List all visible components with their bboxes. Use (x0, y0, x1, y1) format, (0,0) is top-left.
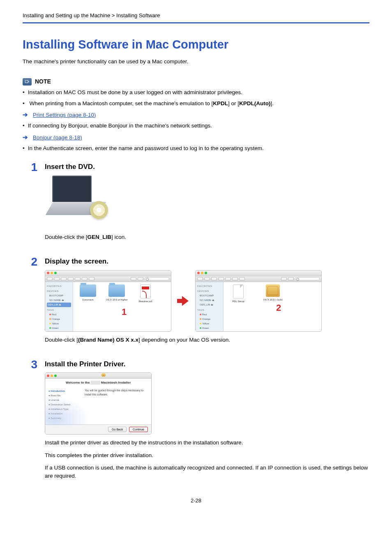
finder-item-readme[interactable]: Readme.pdf (133, 284, 158, 329)
installer-step: ● Read Me (48, 394, 81, 398)
toolbar-button[interactable] (211, 277, 217, 280)
toolbar-button[interactable] (204, 277, 210, 280)
toolbar-button[interactable] (239, 277, 245, 280)
note-item: When printing from a Macintosh computer,… (23, 99, 369, 108)
installer-step: ● Introduction (48, 389, 81, 393)
print-settings-link[interactable]: Print Settings (page 8-10) (33, 112, 96, 118)
label: GEN_LIB (48, 303, 58, 306)
step-3: 3 Install the Printer Driver. Welcome to… (23, 359, 369, 485)
note-item-link: ➔ Print Settings (page 8-10) (23, 110, 369, 120)
step-1: 1 Insert the DVD. Double-click the [GEN_… (23, 162, 369, 245)
tag-red[interactable]: Red (197, 312, 221, 317)
package-icon (266, 284, 280, 297)
toolbar-button[interactable] (54, 277, 60, 280)
sidebar-item-bootcamp[interactable]: BOOTCAMP (47, 294, 71, 298)
toolbar-button[interactable] (82, 277, 88, 280)
breadcrumb-rule (23, 22, 369, 23)
toolbar-button[interactable] (197, 277, 203, 280)
tag-red[interactable]: Red (47, 312, 71, 317)
toolbar-button[interactable] (47, 277, 53, 280)
toolbar-button[interactable] (288, 277, 294, 280)
step-2: 2 Display the screen. FAVORITES (23, 256, 369, 348)
step-text: Double-click [(Brand Name) OS X x.x] dep… (45, 336, 369, 344)
finder-sidebar: FAVORITES DEVICES BOOTCAMP NO NAME ⏏ GEN… (45, 282, 73, 331)
tag-blue[interactable]: Blue (47, 331, 71, 332)
arrow-icon: ➔ (23, 110, 28, 120)
installer-step: ● Installation Type (48, 407, 81, 411)
step-title: Insert the DVD. (45, 162, 369, 172)
toolbar-button[interactable] (225, 277, 231, 280)
sidebar-heading: DEVICES (197, 289, 221, 293)
step-text: Double-click the [GEN_LIB] icon. (45, 233, 369, 241)
installer-heading: Welcome to the ████ Macintosh Installer (45, 379, 151, 387)
sidebar-heading: FAVORITES (197, 284, 221, 288)
step-text: Install the printer driver as directed b… (45, 439, 369, 447)
text: ]. (271, 100, 274, 106)
dvd-icon (90, 201, 108, 219)
tag-blue[interactable]: Blue (197, 331, 221, 332)
tag-yellow[interactable]: Yellow (47, 321, 71, 326)
label: Green (202, 327, 209, 329)
sidebar-item-genlib[interactable]: GEN_LIB ⏏ (47, 303, 71, 307)
toolbar-button[interactable] (89, 277, 95, 280)
text-bold: KPDL (213, 100, 228, 106)
callout-2: 2 (276, 301, 281, 314)
toolbar-button[interactable] (61, 277, 67, 280)
toolbar-button[interactable] (281, 277, 287, 280)
intro-text: The machine's printer functionality can … (23, 58, 369, 66)
text: ] depending on your Mac OS version. (138, 337, 230, 343)
search-input[interactable] (295, 277, 320, 280)
sidebar-item-noname[interactable]: NO NAME ⏏ (197, 298, 221, 303)
label: Yellow (202, 322, 209, 325)
sidebar-heading: TAGS (47, 308, 71, 312)
step-title: Display the screen. (45, 256, 369, 267)
label: Green (52, 327, 59, 329)
sidebar-heading: DEVICES (47, 289, 71, 293)
toolbar-button[interactable] (232, 277, 238, 280)
bonjour-link[interactable]: Bonjour (page 8-18) (33, 134, 82, 141)
installer-step-list: ● Introduction ● Read Me ● License ● Des… (48, 388, 81, 421)
tag-yellow[interactable]: Yellow (197, 321, 221, 326)
label: Document (82, 298, 93, 301)
sidebar-item-bootcamp[interactable]: BOOTCAMP (197, 294, 221, 298)
finder-item-document[interactable]: Document (76, 284, 100, 329)
label: Blue (52, 331, 57, 332)
tag-green[interactable]: Green (197, 326, 221, 331)
note-item: In the Authenticate screen, enter the na… (23, 144, 369, 153)
installer-window: Welcome to the ████ Macintosh Installer … (45, 372, 152, 435)
toolbar-button[interactable] (131, 277, 136, 280)
tag-orange[interactable]: Orange (47, 317, 71, 321)
toolbar-button[interactable] (218, 277, 224, 280)
step-text: If a USB connection is used, the machine… (45, 464, 369, 481)
tag-orange[interactable]: Orange (197, 317, 221, 321)
sidebar-heading: FAVORITES (47, 284, 71, 288)
folder-icon (80, 284, 96, 297)
step-title: Install the Printer Driver. (45, 359, 369, 370)
go-back-button[interactable]: Go Back (108, 427, 127, 432)
toolbar-button[interactable] (75, 277, 81, 280)
installer-step: ● Installation (48, 412, 81, 416)
tag-green[interactable]: Green (47, 326, 71, 331)
toolbar-button[interactable] (138, 277, 143, 280)
continue-button[interactable]: Continue (129, 427, 148, 432)
note-icon (23, 78, 32, 86)
finder-item-osx-pkg[interactable]: OS X 10.5 + build (261, 284, 285, 329)
label: NO NAME (200, 299, 211, 301)
sidebar-item-genlib[interactable]: GEN_LIB ⏏ (197, 303, 221, 307)
label: GEN_LIB (200, 303, 210, 306)
package-icon (101, 373, 106, 377)
step-number: 3 (23, 359, 37, 485)
label: Yellow (52, 322, 59, 325)
folder-icon (108, 284, 125, 297)
sidebar-item-noname[interactable]: NO NAME ⏏ (47, 298, 71, 303)
page-title: Installing Software in Mac Computer (23, 36, 369, 54)
arrow-right-icon (177, 296, 189, 306)
note-box: NOTE Installation on MAC OS must be done… (23, 77, 369, 153)
finder-item-pdlsetup[interactable]: PDL Setup (226, 284, 251, 329)
note-label: NOTE (35, 77, 51, 86)
step-text: This completes the printer driver instal… (45, 451, 369, 460)
sidebar-heading: TAGS (197, 308, 221, 312)
breadcrumb: Installing and Setting up the Machine > … (23, 12, 369, 22)
search-input[interactable] (145, 277, 169, 280)
toolbar-button[interactable] (68, 277, 74, 280)
